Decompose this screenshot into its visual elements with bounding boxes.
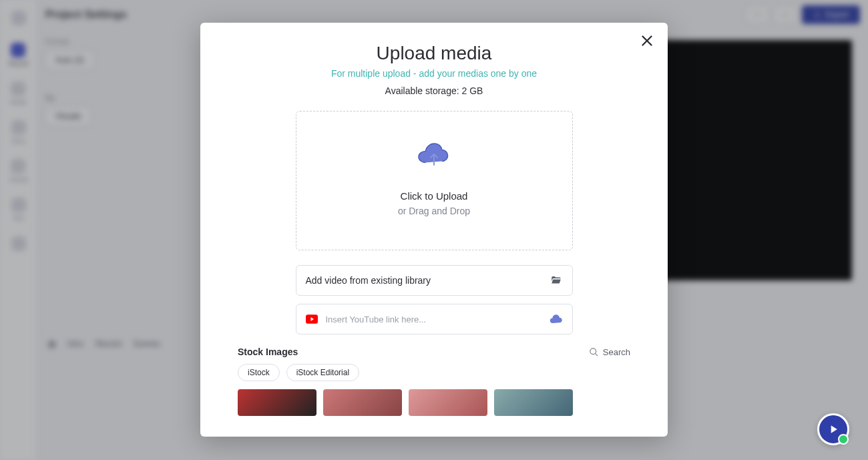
- stock-thumbnails: [238, 389, 630, 416]
- youtube-link-row[interactable]: [296, 304, 573, 334]
- close-icon: [638, 32, 656, 49]
- stock-pill-istock[interactable]: iStock: [238, 364, 280, 381]
- svg-point-1: [590, 348, 596, 354]
- upload-dropzone[interactable]: Click to Upload or Drag and Drop: [296, 111, 573, 250]
- add-from-library-row[interactable]: Add video from existing library: [296, 265, 573, 296]
- upload-media-modal: Upload media For multiple upload - add y…: [200, 23, 668, 437]
- stock-images-heading: Stock Images: [238, 347, 298, 357]
- cloud-upload-icon: [418, 142, 450, 172]
- close-button[interactable]: [638, 32, 656, 49]
- storage-value: 2 GB: [462, 85, 483, 96]
- stock-search-button[interactable]: Search: [589, 347, 630, 357]
- stock-thumbnail[interactable]: [409, 389, 487, 416]
- modal-subtitle: For multiple upload - add your medias on…: [238, 68, 630, 79]
- stock-images-header: Stock Images Search: [238, 347, 630, 357]
- youtube-icon: [306, 314, 318, 324]
- stock-thumbnail[interactable]: [494, 389, 573, 416]
- stock-pill-istock-editorial[interactable]: iStock Editorial: [286, 364, 359, 381]
- stock-filter-pills: iStock iStock Editorial: [238, 364, 630, 381]
- folder-open-icon: [550, 274, 563, 286]
- modal-title: Upload media: [238, 43, 630, 64]
- search-icon: [589, 347, 599, 357]
- play-fab-button[interactable]: [817, 413, 849, 445]
- storage-info: Available storage: 2 GB: [238, 85, 630, 96]
- play-icon: [827, 423, 840, 436]
- youtube-link-input[interactable]: [326, 314, 541, 324]
- cloud-icon: [550, 314, 563, 324]
- dropzone-secondary-text: or Drag and Drop: [303, 206, 566, 216]
- dropzone-primary-text: Click to Upload: [303, 190, 566, 202]
- stock-thumbnail[interactable]: [323, 389, 402, 416]
- stock-thumbnail[interactable]: [238, 389, 316, 416]
- library-row-label: Add video from existing library: [306, 275, 541, 286]
